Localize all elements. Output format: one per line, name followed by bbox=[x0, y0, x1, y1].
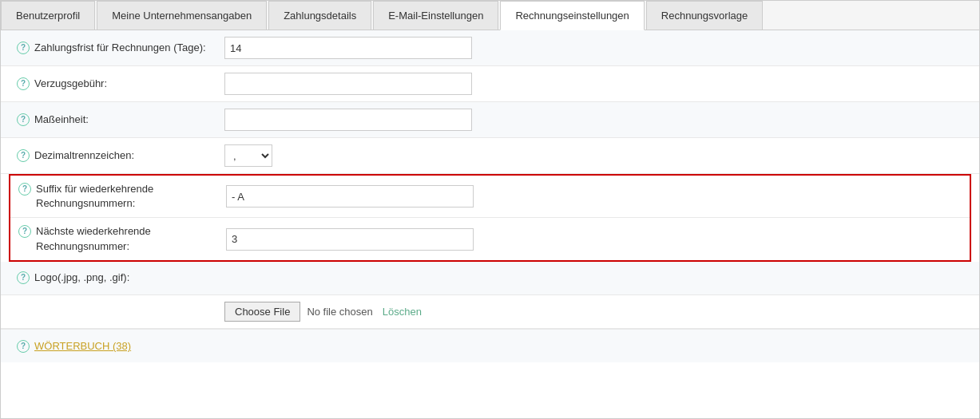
zahlungsfrist-help-icon[interactable]: ? bbox=[17, 42, 30, 54]
form-content: ? Zahlungsfrist für Rechnungen (Tage): ?… bbox=[1, 30, 979, 362]
zahlungsfrist-input[interactable] bbox=[224, 37, 472, 59]
dezimaltrennzeichen-help-icon[interactable]: ? bbox=[17, 149, 30, 162]
file-no-chosen-label: No file chosen bbox=[307, 306, 372, 318]
file-chooser-row: Choose File No file chosen Löschen bbox=[1, 295, 979, 329]
dezimaltrennzeichen-label: ? Dezimaltrennzeichen: bbox=[17, 148, 224, 163]
zahlungsfrist-row: ? Zahlungsfrist für Rechnungen (Tage): bbox=[1, 30, 979, 66]
suffix-help-icon[interactable]: ? bbox=[18, 183, 31, 196]
woerterbuch-link[interactable]: WÖRTERBUCH (38) bbox=[34, 340, 131, 352]
masseinheit-help-icon[interactable]: ? bbox=[17, 113, 30, 126]
suffix-label: ? Suffix für wiederkehrende Rechnungsnum… bbox=[18, 182, 226, 211]
naechste-label: ? Nächste wiederkehrende Rechnungsnummer… bbox=[18, 224, 226, 253]
logo-row: ? Logo(.jpg, .png, .gif): bbox=[1, 262, 979, 295]
masseinheit-label: ? Maßeinheit: bbox=[17, 113, 224, 127]
masseinheit-row: ? Maßeinheit: bbox=[1, 102, 979, 138]
verzugsgebuehr-label: ? Verzugsgebühr: bbox=[17, 77, 224, 91]
suffix-row: ? Suffix für wiederkehrende Rechnungsnum… bbox=[10, 176, 970, 218]
verzugsgebuehr-input[interactable] bbox=[224, 73, 472, 95]
recurring-section: ? Suffix für wiederkehrende Rechnungsnum… bbox=[9, 174, 971, 262]
choose-file-button[interactable]: Choose File bbox=[224, 302, 300, 322]
logo-help-icon[interactable]: ? bbox=[17, 271, 30, 284]
tab-email-einstellungen[interactable]: E-Mail-Einstellungen bbox=[373, 1, 498, 30]
verzugsgebuehr-help-icon[interactable]: ? bbox=[17, 77, 30, 90]
tab-benutzerprofil[interactable]: Benutzerprofil bbox=[1, 1, 95, 30]
naechste-row: ? Nächste wiederkehrende Rechnungsnummer… bbox=[10, 218, 970, 259]
tab-unternehmensangaben[interactable]: Meine Unternehmensangaben bbox=[97, 1, 267, 30]
file-delete-link[interactable]: Löschen bbox=[383, 306, 422, 318]
tab-rechnungsvorlage[interactable]: Rechnungsvorlage bbox=[646, 1, 763, 30]
tab-rechnungseinstellungen[interactable]: Rechnungseinstellungen bbox=[500, 1, 644, 30]
tab-bar: Benutzerprofil Meine Unternehmensangaben… bbox=[1, 1, 979, 30]
naechste-input[interactable] bbox=[226, 228, 474, 251]
woerterbuch-help-icon[interactable]: ? bbox=[17, 340, 30, 353]
dezimaltrennzeichen-select[interactable]: , . bbox=[224, 144, 272, 167]
naechste-help-icon[interactable]: ? bbox=[18, 225, 31, 238]
zahlungsfrist-label: ? Zahlungsfrist für Rechnungen (Tage): bbox=[17, 41, 224, 55]
masseinheit-input[interactable] bbox=[224, 109, 472, 131]
dezimaltrennzeichen-row: ? Dezimaltrennzeichen: , . bbox=[1, 138, 979, 174]
logo-label: ? Logo(.jpg, .png, .gif): bbox=[17, 271, 224, 285]
woerterbuch-row: ? WÖRTERBUCH (38) bbox=[1, 329, 979, 362]
tab-zahlungsdetails[interactable]: Zahlungsdetails bbox=[268, 1, 371, 30]
suffix-input[interactable] bbox=[226, 185, 474, 208]
verzugsgebuehr-row: ? Verzugsgebühr: bbox=[1, 66, 979, 102]
